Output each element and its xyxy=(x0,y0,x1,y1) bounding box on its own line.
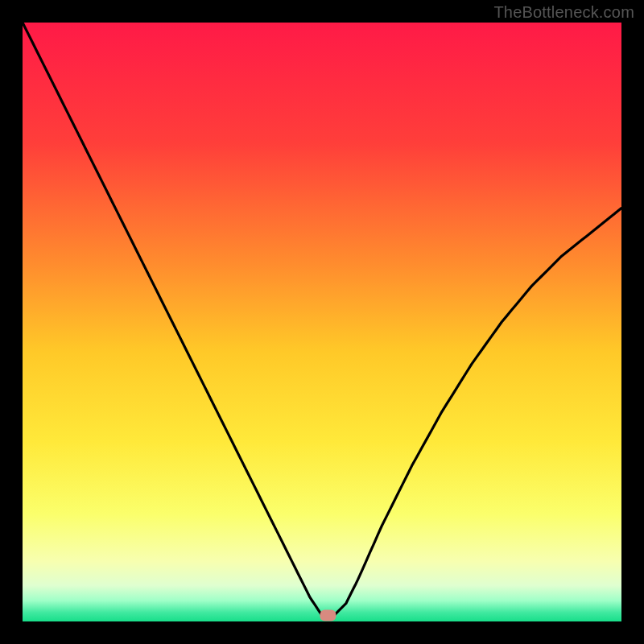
chart-container: TheBottleneck.com xyxy=(0,0,644,644)
chart-background-gradient xyxy=(23,23,621,621)
bottleneck-chart xyxy=(0,0,644,644)
watermark-text: TheBottleneck.com xyxy=(493,3,634,22)
optimal-point-marker xyxy=(320,610,336,621)
